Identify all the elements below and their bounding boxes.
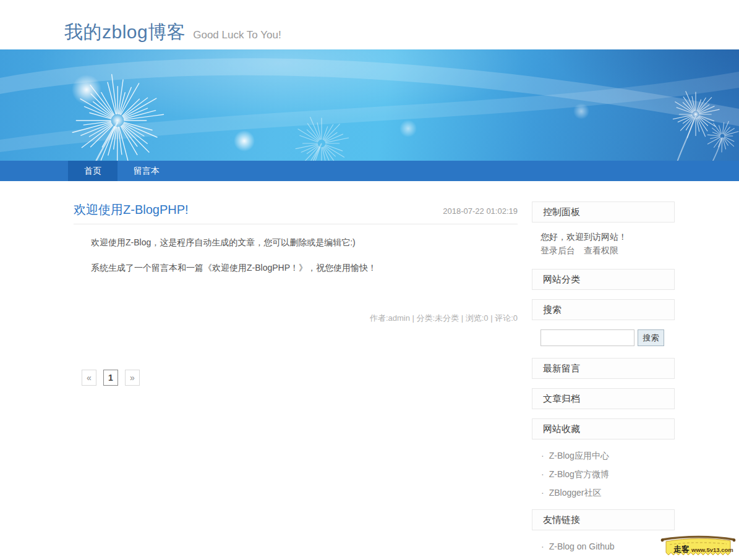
bullet-icon: · xyxy=(541,469,544,479)
link-label: Z-Blog应用中心 xyxy=(549,451,609,460)
dandelion-core xyxy=(110,113,125,128)
banner-blob xyxy=(399,120,417,137)
sidebar-control-panel-content: 您好，欢迎到访网站！ 登录后台 查看权限 xyxy=(532,230,675,257)
site-header: 我的zblog博客 Good Luck To You! xyxy=(0,0,739,49)
pagination-page-1[interactable]: 1 xyxy=(103,370,118,386)
pagination-next-button[interactable]: » xyxy=(125,370,140,386)
dandelion-core xyxy=(692,111,699,118)
banner-blob xyxy=(573,103,589,119)
friend-links-list: ·Z-Blog on Github ·Z-Blog主机 xyxy=(532,537,675,560)
post-meta: 作者:admin | 分类:未分类 | 浏览:0 | 评论:0 xyxy=(74,313,518,324)
favorites-link-zblogger-community[interactable]: ·ZBlogger社区 xyxy=(541,483,675,502)
sidebar-heading-archives: 文章归档 xyxy=(532,388,675,409)
post-paragraph: 欢迎使用Z-Blog，这是程序自动生成的文章，您可以删除或是编辑它:) xyxy=(74,235,518,250)
pagination: « 1 » xyxy=(82,370,518,386)
greeting-text: 您好，欢迎到访网站！ xyxy=(540,230,675,244)
post-paragraph: 系统生成了一个留言本和一篇《欢迎使用Z-BlogPHP！》，祝您使用愉快！ xyxy=(74,261,518,275)
sidebar-heading-favorites: 网站收藏 xyxy=(532,418,675,439)
bullet-icon: · xyxy=(541,541,544,551)
watermark-brand-text: 走客 xyxy=(673,545,690,554)
search-button[interactable]: 搜索 xyxy=(638,329,664,346)
post-body: 欢迎使用Z-Blog，这是程序自动生成的文章，您可以删除或是编辑它:) 系统生成… xyxy=(74,235,518,275)
sidebar-heading-friend-links: 友情链接 xyxy=(532,509,675,530)
nav-item-home[interactable]: 首页 xyxy=(68,161,117,181)
site-title[interactable]: 我的zblog博客 xyxy=(64,20,186,45)
banner-image xyxy=(0,49,739,161)
sidebar-heading-categories: 网站分类 xyxy=(532,269,675,290)
favorites-list: ·Z-Blog应用中心 ·Z-Blog官方微博 ·ZBlogger社区 xyxy=(532,446,675,502)
link-label: Z-Blog官方微博 xyxy=(549,469,609,479)
pagination-prev-button[interactable]: « xyxy=(82,370,96,386)
bullet-icon: · xyxy=(541,488,544,498)
post-title-link[interactable]: 欢迎使用Z-BlogPHP! xyxy=(74,202,189,218)
favorites-link-zblog-app-center[interactable]: ·Z-Blog应用中心 xyxy=(541,446,675,465)
nav-list: 首页 留言本 xyxy=(68,161,675,181)
watermark-rod-end xyxy=(733,539,736,542)
post: 欢迎使用Z-BlogPHP! 2018-07-22 01:02:19 欢迎使用Z… xyxy=(74,202,518,324)
bullet-icon: · xyxy=(541,451,544,460)
site-subtitle: Good Luck To You! xyxy=(193,29,281,41)
watermark-rod-end xyxy=(661,539,664,542)
post-header: 欢迎使用Z-BlogPHP! 2018-07-22 01:02:19 xyxy=(74,202,518,224)
friend-link-zblog-github[interactable]: ·Z-Blog on Github xyxy=(541,537,675,556)
sidebar: 控制面板 您好，欢迎到访网站！ 登录后台 查看权限 网站分类 搜索 搜索 最新留… xyxy=(532,202,675,560)
favorites-link-zblog-weibo[interactable]: ·Z-Blog官方微博 xyxy=(541,465,675,483)
friend-link-zblog-hosting[interactable]: ·Z-Blog主机 xyxy=(541,556,675,560)
banner-decoration xyxy=(0,49,739,161)
main-navbar: 首页 留言本 xyxy=(0,161,739,181)
link-label: Z-Blog on Github xyxy=(549,541,615,551)
nav-item-guestbook[interactable]: 留言本 xyxy=(117,161,176,181)
link-label: ZBlogger社区 xyxy=(549,488,602,498)
watermark-badge: 走客 www.5v13.com xyxy=(660,534,737,560)
search-form: 搜索 xyxy=(532,329,675,346)
dandelion-starburst xyxy=(707,121,738,152)
view-permissions-link[interactable]: 查看权限 xyxy=(584,245,618,255)
login-backend-link[interactable]: 登录后台 xyxy=(540,245,575,255)
banner-blob xyxy=(234,130,255,151)
main-column: 欢迎使用Z-BlogPHP! 2018-07-22 01:02:19 欢迎使用Z… xyxy=(64,202,527,386)
sidebar-heading-control-panel: 控制面板 xyxy=(532,202,675,223)
sidebar-heading-search: 搜索 xyxy=(532,299,675,320)
post-date: 2018-07-22 01:02:19 xyxy=(443,206,518,216)
search-input[interactable] xyxy=(540,329,634,346)
sidebar-heading-latest-comments: 最新留言 xyxy=(532,358,675,379)
watermark-url-text: www.5v13.com xyxy=(691,546,733,553)
